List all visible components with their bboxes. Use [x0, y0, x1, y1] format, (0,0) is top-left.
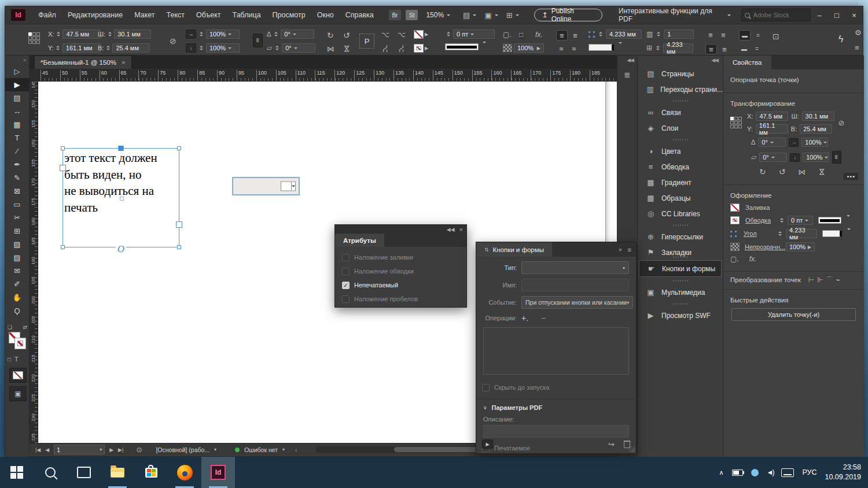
- height-field[interactable]: 25.4 мм: [112, 43, 149, 53]
- corner-options-icon[interactable]: ▢.: [503, 31, 512, 38]
- corner-link[interactable]: Угол: [744, 230, 774, 237]
- adobe-stock-search[interactable]: [741, 9, 811, 21]
- shear-stepper[interactable]: [274, 43, 280, 53]
- stroke-weight-stepper[interactable]: [445, 29, 451, 39]
- screen-mode-dropdown[interactable]: ▣: [484, 12, 498, 19]
- swap-fill-stroke-icon[interactable]: ⇄: [23, 325, 27, 330]
- checkbox-icon[interactable]: ✓: [342, 295, 350, 303]
- corner-shape-dropdown[interactable]: [616, 44, 622, 51]
- rotate-stepper[interactable]: [273, 29, 279, 39]
- panel-stroke[interactable]: ≡ Обводка: [638, 159, 723, 175]
- horizontal-ruler[interactable]: 4550556065707580859095100105110115120125…: [30, 69, 617, 82]
- props-stroke-swatch[interactable]: [730, 216, 740, 224]
- corner-radius-field[interactable]: 4.233 мм: [606, 29, 642, 39]
- last-page-button[interactable]: ▶|: [118, 447, 123, 453]
- props-rotate-cw-button[interactable]: ↻: [759, 168, 766, 176]
- pdf-params-section-header[interactable]: ∨Параметры PDF: [483, 404, 629, 411]
- panel-color[interactable]: ◑ Цвета: [638, 143, 723, 159]
- scale-y-field[interactable]: 100%: [206, 43, 240, 53]
- align-bottom-button[interactable]: ≣: [705, 44, 717, 54]
- page-tool[interactable]: ▤: [5, 91, 29, 105]
- file-explorer-button[interactable]: [101, 457, 134, 488]
- panel-media[interactable]: ▣ Мультимедиа: [638, 284, 723, 300]
- props-corner-stepper[interactable]: [777, 229, 783, 238]
- object-style-2-button[interactable]: =: [753, 31, 763, 40]
- convert-corner-point-icon[interactable]: ⊩: [817, 276, 823, 283]
- fill-dropdown-arrow-icon[interactable]: ▶: [425, 32, 428, 37]
- event-dropdown[interactable]: При отпускании кнопки или касании▾: [521, 296, 633, 309]
- task-view-button[interactable]: [67, 457, 101, 488]
- gradient-feather-tool[interactable]: ▨: [5, 251, 29, 264]
- overprint-gap-checkbox[interactable]: ✓ Наложение пробелов: [335, 292, 466, 306]
- firefox-button[interactable]: [168, 457, 201, 488]
- handle-top-right[interactable]: [177, 146, 181, 150]
- start-button[interactable]: [0, 457, 34, 488]
- page-number-dropdown[interactable]: 1▾: [54, 445, 105, 454]
- zoom-tool[interactable]: Ϙ: [5, 304, 29, 317]
- panel-swatches[interactable]: ▦ Образцы: [638, 190, 723, 206]
- nonprinting-checkbox[interactable]: ✓ Непечатаемый: [335, 278, 466, 292]
- indesign-taskbar-button[interactable]: Id: [201, 457, 235, 488]
- y-stepper[interactable]: [55, 43, 61, 53]
- menu-item[interactable]: Объект: [190, 6, 227, 24]
- menu-item[interactable]: Просмотр: [267, 6, 311, 24]
- volume-icon[interactable]: ◄): [767, 468, 774, 476]
- props-broken-chain-icon[interactable]: ⊘: [838, 119, 845, 127]
- props-rotation-field[interactable]: 0°: [758, 138, 786, 147]
- props-rotate-ccw-button[interactable]: ↺: [779, 168, 786, 176]
- stock-search-input[interactable]: [752, 11, 801, 19]
- panel-cc-libraries[interactable]: ◎ CC Libraries: [638, 206, 723, 221]
- checkbox-icon[interactable]: ✓: [342, 254, 350, 261]
- pencil-tool[interactable]: ✎: [5, 171, 29, 184]
- flip-horizontal-button[interactable]: ⋈: [327, 45, 334, 53]
- object-style-4-button[interactable]: =: [752, 44, 762, 53]
- wrap-bounding-box-button[interactable]: ≣: [570, 31, 580, 40]
- handle-top-left[interactable]: [61, 146, 65, 150]
- props-corner-field[interactable]: 4.233 мм: [786, 229, 817, 238]
- props-fx-icon[interactable]: fx.: [749, 256, 757, 263]
- tab-close-icon[interactable]: ×: [122, 59, 126, 66]
- eyedropper-tool[interactable]: ✐: [5, 278, 29, 291]
- attributes-collapse-icon[interactable]: ◀◀: [447, 227, 455, 232]
- flip-vertical-button[interactable]: ⋈: [343, 45, 351, 53]
- stroke-style-dropdown[interactable]: [480, 43, 486, 50]
- props-height-field[interactable]: 25.4 мм: [800, 124, 832, 134]
- props-stroke-weight-field[interactable]: 0 пт: [788, 216, 813, 225]
- bridge-button[interactable]: Br: [389, 10, 401, 20]
- frame-tool[interactable]: ⊠: [5, 184, 29, 198]
- name-input[interactable]: [521, 279, 629, 291]
- fill-swatch-none[interactable]: [414, 30, 424, 39]
- collapsed-panel-icon[interactable]: ≣: [617, 71, 637, 79]
- props-corner-shape-swatch[interactable]: [822, 230, 842, 237]
- hand-tool[interactable]: ✋: [5, 291, 29, 304]
- props-fill-swatch[interactable]: [730, 204, 740, 212]
- stroke-style-swatch[interactable]: [445, 43, 479, 50]
- description-input[interactable]: [483, 425, 629, 438]
- scroll-left-icon[interactable]: ‹: [295, 446, 297, 453]
- in-port[interactable]: [60, 165, 66, 171]
- wrap-none-button[interactable]: ≣: [556, 30, 568, 40]
- y-field[interactable]: 161.1 мм: [62, 43, 101, 53]
- control-gear-icon[interactable]: ⚙: [855, 29, 862, 36]
- preview-spread-icon[interactable]: ▶: [482, 439, 493, 449]
- selection-tool[interactable]: ▷: [5, 65, 29, 78]
- scissors-tool[interactable]: ✂: [5, 211, 29, 224]
- panel-hyperlinks[interactable]: ⊕ Гиперссылки: [638, 229, 723, 245]
- props-width-field[interactable]: 30.1 мм: [802, 112, 834, 121]
- menu-item[interactable]: Текст: [161, 6, 190, 24]
- constrain-dimensions-broken-chain-icon[interactable]: ⊘: [170, 37, 176, 45]
- gutter-stepper[interactable]: [654, 43, 661, 53]
- select-last-object-icon[interactable]: ⌥: [398, 45, 405, 53]
- preflight-menu-icon[interactable]: ⊙: [136, 446, 142, 454]
- free-transform-tool[interactable]: ⊞: [5, 224, 29, 238]
- stroke-swatch[interactable]: [14, 338, 26, 349]
- attributes-tab[interactable]: Атрибуты: [335, 234, 384, 247]
- panel-buttons-forms[interactable]: ☛ Кнопки и формы: [639, 260, 722, 277]
- text-frame[interactable]: этот текст долженбыть виден, ноне выводи…: [62, 148, 179, 247]
- props-flip-v-button[interactable]: ⋈: [818, 168, 826, 176]
- convert-smooth-point-icon[interactable]: ⌒: [826, 276, 833, 283]
- master-dropdown-icon[interactable]: ▾: [214, 447, 216, 452]
- convert-to-object-icon[interactable]: ↪: [608, 440, 615, 449]
- convert-symmetric-point-icon[interactable]: ⌁: [836, 276, 840, 283]
- menu-item[interactable]: Редактирование: [62, 6, 128, 24]
